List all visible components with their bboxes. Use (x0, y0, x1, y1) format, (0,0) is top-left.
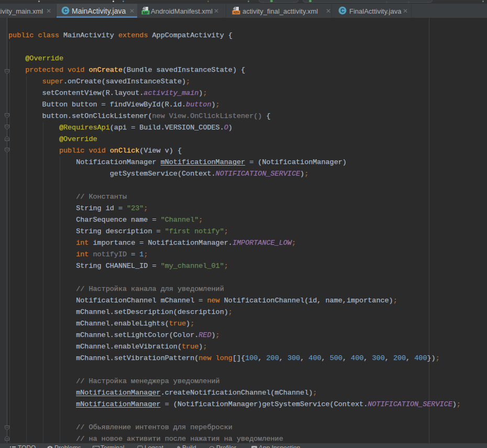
svg-text:</>: </> (234, 10, 239, 14)
svg-text:MF: MF (143, 10, 149, 15)
svg-text:C: C (63, 7, 68, 14)
svg-text:C: C (340, 7, 345, 14)
